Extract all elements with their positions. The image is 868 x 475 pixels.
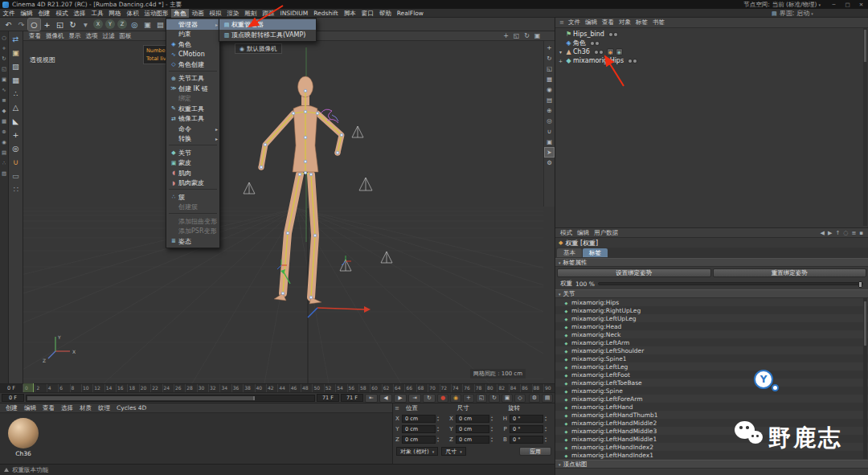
joint-list-item[interactable]: mixamorig:Hips (555, 298, 868, 306)
search-icon[interactable]: ◌ (843, 230, 848, 236)
character-menu-item[interactable]: 添加PSR变形 (166, 227, 219, 237)
nav-solo-icon[interactable]: ◎ (545, 117, 554, 125)
mini-grid-icon[interactable]: ▦ (1, 118, 8, 125)
enable-snap-icon[interactable]: ∪ (10, 156, 22, 168)
visibility-dots[interactable] (628, 59, 637, 63)
timeline-tick[interactable]: 60 (370, 384, 381, 392)
play-button[interactable]: ▶ (394, 394, 407, 403)
mini-joint-icon[interactable]: ◆ (1, 108, 8, 115)
joint-list-item[interactable]: mixamorig:LeftArm (555, 338, 868, 346)
joint-list-item[interactable]: mixamorig:LeftHand (555, 403, 868, 411)
workplane-lock-icon[interactable]: ▭ (10, 170, 22, 182)
material-item[interactable]: Ch36 (5, 418, 42, 457)
size-x-field[interactable]: 0 cm (456, 415, 489, 423)
nav-scale-icon[interactable]: ◱ (545, 64, 554, 73)
timeline-tick[interactable]: 44 (277, 384, 289, 392)
joint-list-item[interactable]: mixamorig:LeftLeg (555, 362, 868, 371)
material-thumbnail[interactable] (8, 418, 39, 448)
viewport-menu-item[interactable]: 摄像机 (43, 32, 67, 40)
character-menu-item[interactable] (169, 71, 217, 73)
axis-x-lock-icon[interactable]: X (93, 19, 103, 29)
mini-rotate-icon[interactable]: ↻ (1, 55, 8, 63)
scale-icon[interactable]: ◱ (54, 18, 66, 31)
nav-camera-icon[interactable]: ◉ (545, 85, 554, 94)
character-menu-item[interactable]: 绑定 (166, 94, 219, 104)
timeline-tick[interactable]: 82 (497, 384, 508, 392)
timeline-tick[interactable]: 50 (312, 384, 323, 392)
object-manager-menu-item[interactable]: 编辑 (583, 18, 600, 27)
menu-item[interactable]: 雕刻 (242, 9, 260, 18)
interface-value[interactable]: 启动 (796, 9, 813, 18)
timeline-tick[interactable]: 18 (127, 384, 138, 392)
joint-list-item[interactable]: mixamorig:LeftToeBase (555, 379, 868, 387)
timeline-tick[interactable]: 58 (358, 384, 370, 392)
nav-axis-icon[interactable]: ⊕ (545, 106, 554, 115)
menu-item[interactable]: 选择 (71, 9, 88, 18)
weight-slider[interactable] (598, 282, 863, 285)
menu-item[interactable]: 工具 (88, 9, 106, 18)
object-label[interactable]: 角色 (573, 39, 586, 47)
axis-y-lock-icon[interactable]: Y (105, 19, 115, 29)
attribute-menu-item[interactable]: 模式 (558, 229, 575, 237)
timeline-tick[interactable]: 66 (404, 384, 416, 392)
default-camera-chip[interactable]: ◉ 默认摄像机 (235, 43, 282, 54)
object-manager-menu-item[interactable]: 对象 (616, 18, 633, 27)
redo-icon[interactable]: ↷ (15, 18, 27, 31)
timeline-tick[interactable]: 46 (289, 384, 301, 392)
view-pan-icon[interactable]: + (502, 32, 510, 39)
timeline-layout-icon[interactable]: ▤ (542, 394, 553, 403)
timeline-tick[interactable]: 88 (532, 384, 543, 392)
timeline-tick[interactable]: 36 (231, 384, 243, 392)
timeline-tick[interactable]: 42 (266, 384, 277, 392)
menu-item[interactable]: 脚本 (341, 9, 358, 18)
timeline-tick[interactable]: 26 (174, 384, 185, 392)
phong-tag-icon[interactable]: ◈ (616, 48, 623, 55)
weight-value[interactable]: 100 % (575, 280, 595, 288)
position-x-field[interactable]: 0 cm (402, 415, 436, 423)
maximize-button[interactable]: □ (841, 2, 854, 8)
attribute-menu-item[interactable]: 编辑 (575, 229, 592, 237)
timeline-tick[interactable]: 54 (335, 384, 346, 392)
character-menu-item[interactable]: ◖ 肌肉 (166, 168, 219, 178)
key-position-icon[interactable]: + (463, 394, 474, 403)
timeline-tick[interactable]: 40 (255, 384, 266, 392)
mini-layer-icon[interactable]: ▤ (1, 149, 8, 157)
up-icon[interactable]: ↑ (835, 230, 840, 236)
material-menu-item[interactable]: 纹理 (95, 404, 113, 412)
timeline-tick[interactable]: 56 (347, 384, 358, 392)
timeline-tick[interactable]: 4 (47, 384, 58, 392)
make-editable-icon[interactable]: ⇄ (10, 33, 22, 45)
timeline-tick[interactable]: 84 (509, 384, 520, 392)
material-menu-item[interactable]: Cycles 4D (113, 404, 149, 412)
forward-icon[interactable]: ▶ (828, 230, 832, 236)
joint-list-item[interactable]: mixamorig:LeftFoot (555, 371, 868, 379)
points-mode-icon[interactable]: ∴ (10, 88, 22, 100)
character-menu-item[interactable]: 管理器 (166, 19, 219, 30)
character-menu-item[interactable]: 转换 (166, 134, 219, 145)
goto-start-button[interactable]: ⇤ (365, 394, 378, 403)
enable-axis-icon[interactable]: + (10, 129, 22, 141)
object-manager-menu-item[interactable]: 文件 (566, 18, 583, 27)
character-menu-item[interactable]: ⊕ 关节工具 (166, 74, 219, 84)
coordinate-system-icon[interactable]: ◎ (129, 18, 141, 31)
attribute-menu-item[interactable]: 用户数据 (592, 229, 620, 237)
expand-icon[interactable]: ▾ (557, 49, 564, 55)
menu-item[interactable]: 体积 (124, 9, 141, 18)
expand-icon[interactable]: + (557, 58, 564, 63)
viewport-name-label[interactable]: 透视视图 (30, 55, 55, 64)
nav-layout-icon[interactable]: ▣ (545, 137, 554, 146)
character-menu-item[interactable]: ◗ 肌肉蒙皮 (166, 178, 219, 189)
timeline-tick[interactable]: 6 (58, 384, 69, 392)
joint-list-item[interactable]: mixamorig:Spine (555, 387, 868, 395)
character-menu-item[interactable] (169, 189, 217, 191)
menu-item[interactable]: 创建 (35, 9, 53, 18)
timeline-ruler[interactable]: 0 F 024681012141618202224262830323436384… (0, 383, 555, 392)
character-menu-item[interactable]: ✎ 权重工具 (166, 104, 219, 114)
tab-basic[interactable]: 基本 (557, 248, 582, 257)
object-manager-menu-item[interactable]: 查看 (600, 18, 616, 27)
joint-list-item[interactable]: mixamorig:LeftForeArm (555, 395, 868, 403)
weight-slider-thumb[interactable] (858, 281, 862, 288)
polygons-mode-icon[interactable]: ◣ (10, 115, 22, 127)
character-menu-item[interactable]: ◆ 关节 (166, 148, 219, 158)
rotate-icon[interactable]: ↻ (67, 18, 79, 31)
